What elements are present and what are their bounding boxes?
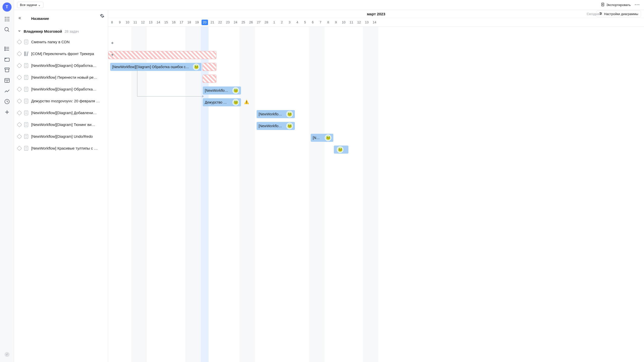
gear-icon[interactable] [100,14,104,19]
day-cell[interactable]: 13 [363,20,371,24]
day-cell[interactable]: 28 [263,20,270,24]
day-cell[interactable]: 2 [278,20,286,24]
day-cell[interactable]: 15 [162,20,170,24]
bar-label: [NewWorkflo… [259,124,285,128]
day-cell[interactable]: 14 [371,20,378,24]
task-title: [NewWorkflow] Красивые тултипы с … [31,146,104,150]
board-icon[interactable] [4,77,10,83]
task-title: [NewWorkflow][Diagram] Обработка… [31,87,104,91]
doc-icon [24,99,28,103]
priority-icon [17,99,22,104]
day-cell[interactable]: 8 [108,20,116,24]
day-cell[interactable]: 17 [178,20,185,24]
gantt-bar[interactable] [203,63,216,71]
group-row[interactable]: Владимир Мозговой 28 задач [14,27,108,36]
day-cell[interactable]: 22 [216,20,224,24]
filter-dropdown[interactable]: Все задачи ⌄ [17,2,44,8]
day-cell[interactable]: 5 [301,20,309,24]
task-row[interactable]: Сменить папку в CDN [14,36,108,48]
day-cell[interactable]: 12 [355,20,363,24]
day-cell[interactable]: 19 [193,20,201,24]
day-cell[interactable]: 6 [309,20,317,24]
day-cell[interactable]: 16 [170,20,178,24]
more-menu-button[interactable]: ··· [634,2,641,8]
task-row[interactable]: [NewWorkflow] Перенести новый ре… [14,71,108,83]
gantt-bar[interactable]: 🐸 [334,146,348,154]
day-cell[interactable]: 14 [154,20,162,24]
day-cell[interactable]: 4 [294,20,301,24]
list-icon[interactable] [4,46,10,52]
doc-icon [24,122,28,127]
app-logo[interactable]: T [3,3,12,12]
status-dot-icon[interactable]: ✓ [5,352,10,357]
day-cell[interactable]: 21 [209,20,216,24]
priority-icon [17,51,22,56]
task-row[interactable]: [NewWorkflow][Diagram] Добавлени… [14,107,108,119]
gantt-bar[interactable] [203,75,216,83]
collapse-sidebar-button[interactable] [18,16,22,21]
task-row[interactable]: [NewWorkflow][Diagram] Тюнинг ви… [14,119,108,130]
day-cell[interactable]: 11 [347,20,355,24]
gantt-bar[interactable]: [NewWorkflow][Diagram] Обработка ошибок … [110,63,202,71]
task-title: Сменить папку в CDN [31,40,104,44]
day-cell[interactable]: 20 [202,20,208,25]
avatar: 🐸 [286,123,293,129]
task-row[interactable]: Дежурство mozgovoyvv: 20 февраля … [14,95,108,107]
task-row[interactable]: [NewWorkflow][Diagram] Обработка… [14,60,108,71]
day-cell[interactable]: 8 [324,20,332,24]
day-cell[interactable]: 9 [332,20,340,24]
priority-icon [17,146,22,151]
scroll-left-icon[interactable] [110,53,114,57]
day-cell[interactable]: 9 [116,20,124,24]
apps-grid-icon[interactable] [4,16,10,22]
search-icon[interactable] [4,27,10,33]
library-icon [24,52,28,56]
task-title: [COM] Переключить фронт Трекера [31,52,104,56]
avatar: 🐸 [325,134,331,141]
day-cell[interactable]: 7 [317,20,325,24]
gantt-bar[interactable]: Дежурство … 🐸 [203,98,241,106]
task-row[interactable]: [NewWorkflow][Diagram] Undo/Redo [14,130,108,142]
gantt-bar[interactable]: [NewWorkflo… 🐸 [257,122,295,130]
day-cell[interactable]: 13 [147,20,154,24]
day-cell[interactable]: 12 [139,20,147,24]
avatar: 🐸 [232,99,239,106]
gantt-bar[interactable]: [N… 🐸 [311,134,333,142]
day-cell[interactable]: 23 [224,20,232,24]
export-button[interactable]: Экспортировать [601,3,631,7]
day-cell[interactable]: 11 [131,20,139,24]
chart-settings-button[interactable]: Настройки диаграммы [596,11,641,17]
task-row[interactable]: [NewWorkflow][Diagram] Обработка… [14,83,108,95]
day-cell[interactable]: 1 [270,20,278,24]
day-cell[interactable]: 24 [232,20,239,24]
day-cell[interactable]: 25 [239,20,247,24]
day-cell[interactable]: 3 [286,20,294,24]
scroll-left-icon[interactable] [110,41,114,45]
task-title: Дежурство mozgovoyvv: 20 февраля … [31,99,104,103]
chart-icon[interactable] [4,88,10,94]
task-row[interactable]: [NewWorkflow] Красивые тултипы с … [14,142,108,154]
task-row[interactable]: [COM] Переключить фронт Трекера [14,48,108,60]
gantt-row: [NewWorkflo… 🐸 [108,120,644,132]
folder-icon[interactable] [4,56,10,62]
priority-icon [17,63,22,68]
add-icon[interactable] [4,109,10,115]
day-cell[interactable]: 10 [340,20,348,24]
gantt-bar[interactable] [108,51,216,59]
archive-icon[interactable] [4,67,10,73]
day-cell[interactable]: 27 [255,20,263,24]
avatar: 🐸 [337,146,343,153]
svg-point-31 [600,12,600,13]
clock-icon[interactable] [4,99,10,105]
gantt-bar[interactable]: [NewWorkflo… 🐸 [203,86,241,95]
svg-point-32 [601,13,601,14]
svg-point-0 [5,17,6,18]
gantt-bar[interactable]: [NewWorkflo… 🐸 [257,110,295,118]
sliders-icon [599,12,602,16]
gantt-row [108,73,644,84]
day-cell[interactable]: 18 [185,20,193,24]
day-cell[interactable]: 26 [247,20,255,24]
day-cell[interactable]: 10 [124,20,131,24]
doc-icon [24,146,28,151]
svg-point-9 [5,27,8,31]
